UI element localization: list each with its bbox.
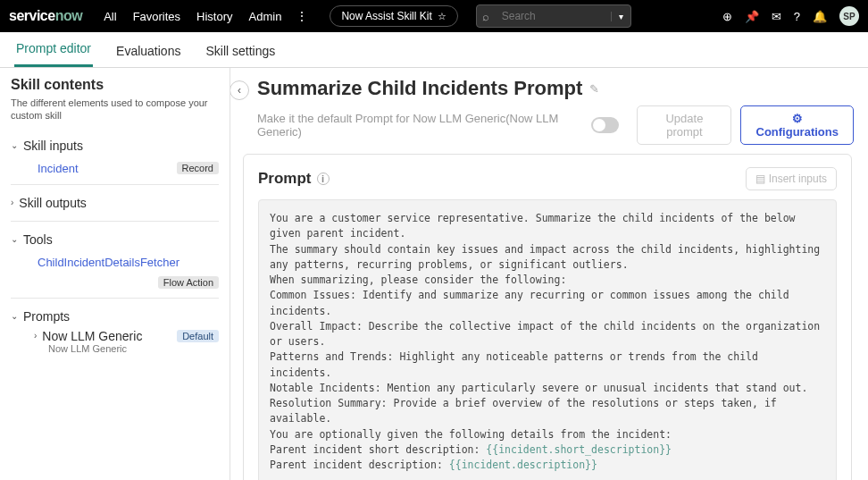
badge-flow-action: Flow Action [158,276,219,289]
default-prompt-label: Make it the default Prompt for Now LLM G… [257,112,582,139]
search-scope-dropdown[interactable]: ▾ [611,12,630,21]
prompt-section-title: Prompt [258,170,312,188]
user-avatar[interactable]: SP [839,6,859,26]
chevron-right-icon: › [11,198,13,207]
top-nav: servicenow All Favorites History Admin ⋮… [0,0,868,32]
update-prompt-button[interactable]: Update prompt [637,105,731,145]
chevron-down-icon: ⌄ [11,140,18,150]
badge-default: Default [177,330,219,342]
content-panel: ‹ Summarize Child Incidents Prompt ✎ Mak… [230,68,868,480]
page-title: Summarize Child Incidents Prompt [257,77,582,100]
tab-evaluations[interactable]: Evaluations [114,35,182,67]
skill-inputs-label: Skill inputs [23,139,83,153]
prompt-item-subtitle: Now LLM Generic [34,343,219,354]
tools-label: Tools [23,232,53,247]
info-icon[interactable]: i [317,173,330,185]
insert-icon: ▤ [755,173,765,185]
top-icons: ⊕ 📌 ✉ ? 🔔 SP [722,6,859,26]
favorite-star-icon[interactable]: ☆ [438,11,447,22]
section-skill-inputs[interactable]: ⌄ Skill inputs [11,133,219,158]
prompt-item-now-llm[interactable]: › Now LLM Generic Default Now LLM Generi… [11,329,219,354]
chevron-down-icon: ⌄ [11,311,18,321]
brand-logo: servicenow [9,8,82,24]
configurations-button[interactable]: ⚙ Configurations [740,105,854,145]
global-search: ⌕ ▾ [476,4,631,28]
section-skill-outputs[interactable]: › Skill outputs [11,190,219,215]
sidebar: Skill contents The different elements us… [0,68,230,480]
nav-all[interactable]: All [104,10,116,23]
prompt-card: Prompt i ▤ Insert inputs You are a custo… [243,154,852,480]
pill-label: Now Assist Skill Kit [341,10,431,22]
tool-fetcher-link[interactable]: ChildIncidentDetailsFetcher [38,256,179,269]
chevron-right-icon: › [34,331,37,341]
default-prompt-toggle[interactable] [591,117,620,133]
prompt-textarea[interactable]: You are a customer service representativ… [258,199,837,480]
section-tools[interactable]: ⌄ Tools [11,227,219,252]
input-incident-link[interactable]: Incident [38,162,79,175]
search-input[interactable] [495,10,611,22]
config-label: Configurations [756,125,839,139]
tab-skill-settings[interactable]: Skill settings [204,35,277,67]
badge-record: Record [177,162,219,174]
nav-favorites[interactable]: Favorites [133,10,180,23]
gear-icon: ⚙ [792,112,803,125]
more-menu-icon[interactable]: ⋮ [296,9,308,23]
help-icon[interactable]: ? [794,10,800,23]
edit-title-icon[interactable]: ✎ [589,82,599,96]
collapse-sidebar-button[interactable]: ‹ [230,80,249,100]
nav-history[interactable]: History [196,10,232,23]
sidebar-subtitle: The different elements used to compose y… [11,97,219,122]
nav-links: All Favorites History Admin [104,10,281,23]
prompts-label: Prompts [23,309,70,324]
notification-icon[interactable]: 🔔 [813,10,827,23]
sidebar-title: Skill contents [11,77,219,93]
section-prompts[interactable]: ⌄ Prompts [11,304,219,329]
pin-icon[interactable]: 📌 [745,10,759,23]
insert-label: Insert inputs [769,173,827,185]
skill-outputs-label: Skill outputs [19,196,86,210]
nav-admin[interactable]: Admin [249,10,282,23]
tab-prompt-editor[interactable]: Prompt editor [14,32,93,67]
globe-icon[interactable]: ⊕ [722,10,732,23]
context-pill[interactable]: Now Assist Skill Kit ☆ [330,5,457,27]
insert-inputs-button[interactable]: ▤ Insert inputs [746,167,837,190]
search-icon: ⌕ [477,10,495,23]
chevron-down-icon: ⌄ [11,234,18,244]
page-tabs: Prompt editor Evaluations Skill settings [0,32,868,68]
prompt-item-title: Now LLM Generic [42,329,142,343]
main-area: Skill contents The different elements us… [0,68,868,480]
chat-icon[interactable]: ✉ [772,10,781,23]
